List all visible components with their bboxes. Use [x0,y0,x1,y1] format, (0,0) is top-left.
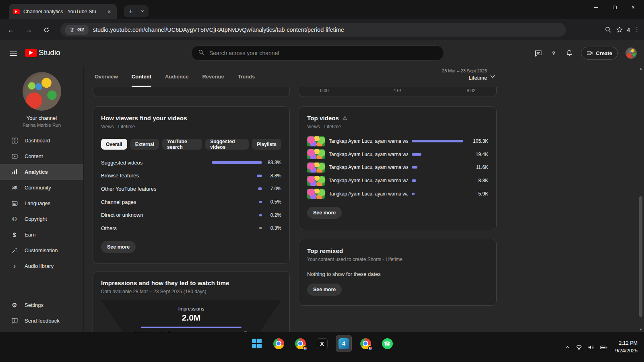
profile-badge [368,346,373,351]
scrollbar-thumb[interactable] [639,196,642,317]
video-bar [412,193,415,195]
video-row[interactable]: Tangkap Ayam Lucu, ayam warna warni,... … [307,148,488,161]
help-icon[interactable]: ? [550,49,558,57]
taskbar-chrome-3[interactable] [357,335,374,352]
studio-logo-text: Studio [39,48,60,57]
taskbar-x-app[interactable]: X [314,335,330,352]
channel-avatar[interactable] [23,72,61,111]
see-more-button[interactable]: See more [101,241,136,253]
chevron-down-icon[interactable] [489,72,497,82]
taskbar-chrome-2[interactable] [292,335,308,352]
forward-button[interactable]: → [22,23,35,37]
notifications-bell-icon[interactable] [566,49,573,57]
studio-logo[interactable]: Studio [25,48,60,57]
tab-content[interactable]: Content [132,66,151,87]
sidebar-item-community[interactable]: Community [0,180,83,195]
reload-button[interactable] [39,23,53,37]
url-input[interactable] [93,27,561,33]
maximize-button[interactable] [605,0,624,14]
channel-search-bar[interactable] [191,45,444,61]
browser-menu-icon[interactable]: ⋮ [634,26,640,33]
community-icon [10,184,19,191]
sidebar-item-copyright[interactable]: © Copyright [0,211,83,227]
traffic-value: 8.8% [262,173,281,179]
sidebar-item-settings[interactable]: ⚙ Settings [0,297,83,313]
account-avatar[interactable] [625,47,637,59]
studio-header-right: ? Create [535,40,637,66]
video-views: 11.6K [467,165,488,170]
sidebar-item-content[interactable]: Content [0,148,83,164]
sidebar-item-audio-library[interactable]: ♪ Audio library [0,258,83,274]
chip-playlists[interactable]: Playlists [252,139,281,150]
tab-revenue[interactable]: Revenue [202,66,224,87]
chip-youtube-search[interactable]: YouTube search [162,139,202,150]
chip-external[interactable]: External [130,139,159,150]
tab-trends[interactable]: Trends [238,66,255,87]
tray-chevron-up-icon[interactable] [564,344,570,350]
traffic-row[interactable]: Channel pages 0.5% [101,195,281,209]
traffic-row[interactable]: Browse features 8.8% [101,169,281,183]
new-tab-button[interactable]: + [125,7,137,15]
sidebar-item-analytics[interactable]: Analytics [0,164,83,180]
sidebar-item-earn[interactable]: $ Earn [0,227,83,243]
warning-icon[interactable]: ⚠ [343,115,347,121]
video-thumbnail [307,149,325,159]
page-scrollbar[interactable]: ▲ ▼ [638,66,643,332]
sidebar-item-label: Dashboard [25,138,50,144]
see-more-button[interactable]: See more [307,284,342,296]
settings-gear-icon: ⚙ [10,302,19,309]
video-title: Tangkap Ayam Lucu, ayam warna warni,... [329,165,408,170]
feedback-icon[interactable] [535,49,542,57]
scroll-up-arrow[interactable]: ▲ [639,67,642,70]
video-thumbnail [307,176,325,186]
traffic-value: 83.3% [262,160,281,165]
site-settings-chip[interactable]: G2 [65,25,89,35]
video-row[interactable]: Tangkap Ayam Lucu, ayam warna warni,... … [307,174,488,187]
volume-icon[interactable] [588,344,594,351]
hamburger-menu-icon[interactable] [10,51,17,56]
minimize-button[interactable] [587,0,605,14]
traffic-row[interactable]: Others 0.3% [101,222,281,235]
battery-icon[interactable] [600,343,607,351]
chip-overall[interactable]: Overall [101,139,127,150]
create-button[interactable]: Create [581,47,618,60]
sidebar-item-customisation[interactable]: Customisation [0,243,83,258]
video-title: Tangkap Ayam Lucu, ayam warna warni,... [329,178,408,183]
tab-overview[interactable]: Overview [95,66,118,87]
scroll-down-arrow[interactable]: ▼ [639,328,642,331]
sidebar-item-languages[interactable]: Languages [0,195,83,211]
sidebar-item-dashboard[interactable]: Dashboard [0,133,83,148]
tab-close-icon[interactable]: × [105,8,113,15]
search-input[interactable] [209,50,437,56]
bookmark-star-icon[interactable] [616,26,623,33]
windows-logo-icon [252,339,262,349]
window-controls: × [587,0,642,14]
back-button[interactable]: ← [4,23,18,37]
window-close-button[interactable]: × [624,0,642,14]
chrome-icon [273,338,284,349]
wifi-icon[interactable] [576,344,582,351]
traffic-row[interactable]: Direct or unknown 0.2% [101,208,281,222]
traffic-row[interactable]: Suggested videos 83.3% [101,156,281,169]
see-more-button[interactable]: See more [307,207,342,219]
tab-audience[interactable]: Audience [165,66,189,87]
video-row[interactable]: Tangkap Ayam Lucu, ayam warna warni,... … [307,187,488,200]
taskbar-clock[interactable]: 2:12 PM 9/24/2025 [615,339,638,355]
browser-tab[interactable]: Channel analytics - YouTube Stu × [9,4,117,19]
date-range-selector[interactable]: 28 Mar – 23 Sept 2025 Lifetime [402,68,487,81]
taskbar-whatsapp[interactable]: ☎ [379,335,395,352]
start-button[interactable] [249,335,265,352]
extensions-count-badge[interactable]: 4 [627,27,630,33]
tab-search-chevron-icon[interactable] [137,9,148,14]
omnibox[interactable]: G2 [60,23,566,37]
traffic-row[interactable]: Other YouTube features 7.0% [101,182,281,195]
taskbar-chrome-1[interactable] [270,335,287,352]
video-row[interactable]: Tangkap Ayam Lucu, ayam warna warni,... … [307,161,488,174]
zoom-icon[interactable] [605,26,612,33]
create-button-label: Create [596,50,612,56]
video-row[interactable]: Tangkap Ayam Lucu, ayam warna warni,... … [307,135,488,148]
taskbar-active-app[interactable]: 4 [336,335,352,352]
chip-suggested-videos[interactable]: Suggested videos [205,139,249,150]
sidebar-item-send-feedback[interactable]: Send feedback [0,313,83,329]
traffic-filter-chips: Overall External YouTube search Suggeste… [101,139,281,150]
